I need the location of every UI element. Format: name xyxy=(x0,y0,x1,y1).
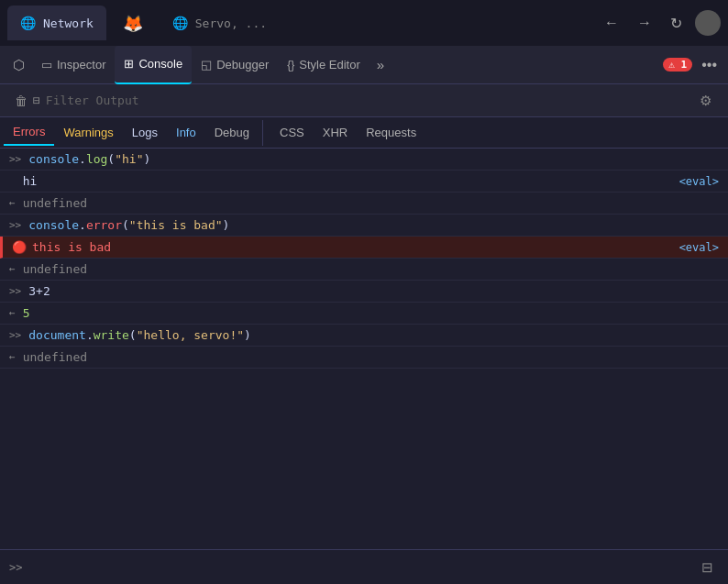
input-chevron-icon: >> xyxy=(9,153,21,165)
servo-tab-icon: 🌐 xyxy=(172,16,188,30)
filter-input[interactable] xyxy=(46,94,692,107)
tab-network-label: Network xyxy=(43,17,94,30)
refresh-button[interactable]: ↻ xyxy=(665,11,688,36)
log-filter-group1: Errors Warnings Logs Info Debug xyxy=(0,120,263,146)
pick-icon: ⬡ xyxy=(13,57,25,73)
forward-button[interactable]: → xyxy=(632,11,657,35)
inspector-tab-icon: ▭ xyxy=(41,58,52,72)
input-chevron-icon-3: >> xyxy=(9,285,21,297)
input-chevron-icon-4: >> xyxy=(9,329,21,341)
tab-firefox[interactable]: 🦊 xyxy=(110,6,156,40)
filter-logs-button[interactable]: Logs xyxy=(123,120,167,146)
nav-buttons: ← → ↻ xyxy=(599,10,721,36)
filter-warnings-button[interactable]: Warnings xyxy=(54,120,122,146)
console-entry-7[interactable]: ← 5 xyxy=(0,303,728,325)
code-snippet: console.log("hi") xyxy=(28,152,150,166)
tab-console[interactable]: ⊞ Console xyxy=(115,46,192,84)
console-entry-9[interactable]: ← undefined xyxy=(0,347,728,369)
return-value-undefined: undefined xyxy=(23,196,87,210)
console-input-bar: >> ⊟ xyxy=(0,549,728,584)
firefox-icon: 🦊 xyxy=(123,14,143,33)
tab-network[interactable]: 🌐 Network xyxy=(7,6,106,40)
console-entry-5[interactable]: ← undefined xyxy=(0,259,728,281)
console-entry-1[interactable]: < hi <eval> xyxy=(0,171,728,193)
error-count-badge: ⚠ 1 xyxy=(663,58,692,72)
pick-button[interactable]: ⬡ xyxy=(6,53,32,77)
error-message: this is bad xyxy=(32,240,670,254)
return-arrow-icon-2: ← xyxy=(9,263,16,275)
clear-output-button[interactable]: 🗑 xyxy=(9,92,33,110)
trash-icon: 🗑 xyxy=(15,94,28,108)
console-prompt: >> xyxy=(9,561,22,574)
avatar[interactable] xyxy=(695,10,721,36)
return-arrow-icon: ← xyxy=(9,197,16,209)
eval-link-2[interactable]: <eval> xyxy=(670,241,719,254)
log-filter-group2: CSS XHR Requests xyxy=(263,120,433,146)
filter-errors-button[interactable]: Errors xyxy=(4,120,54,146)
return-value-undefined-3: undefined xyxy=(23,350,87,364)
console-label: Console xyxy=(138,57,182,71)
return-value-undefined-2: undefined xyxy=(23,262,87,276)
error-circle-icon: 🔴 xyxy=(12,240,27,254)
console-entry-8[interactable]: >> document.write("hello, servo!") xyxy=(0,325,728,347)
sidebar-toggle-icon: ⊟ xyxy=(701,559,713,575)
filter-info-button[interactable]: Info xyxy=(167,120,205,146)
tab-inspector[interactable]: ▭ Inspector xyxy=(32,46,115,84)
more-tools-button[interactable]: » xyxy=(370,53,392,76)
filter-xhr-button[interactable]: XHR xyxy=(314,120,357,146)
tab-style-editor[interactable]: {} Style Editor xyxy=(278,46,370,84)
back-button[interactable]: ← xyxy=(599,11,624,35)
code-snippet-docwrite: document.write("hello, servo!") xyxy=(28,328,251,342)
console-entry-2[interactable]: ← undefined xyxy=(0,193,728,215)
filter-css-button[interactable]: CSS xyxy=(270,120,314,146)
debugger-label: Debugger xyxy=(216,58,269,72)
filter-requests-button[interactable]: Requests xyxy=(357,120,425,146)
console-entry-6[interactable]: >> 3+2 xyxy=(0,281,728,303)
tab-servo-label: Servo, ... xyxy=(195,17,267,30)
more-tools-icon: » xyxy=(377,57,384,72)
console-entry-0[interactable]: >> console.log("hi") xyxy=(0,149,728,171)
return-arrow-icon-3: ← xyxy=(9,307,16,319)
settings-button[interactable]: ⚙ xyxy=(692,91,719,111)
style-editor-label: Style Editor xyxy=(299,58,359,72)
gear-icon: ⚙ xyxy=(700,93,711,108)
filter-icon: ⊟ xyxy=(33,94,40,107)
console-output: >> console.log("hi") < hi <eval> ← undef… xyxy=(0,149,728,549)
style-editor-tab-icon: {} xyxy=(287,59,294,72)
filter-debug-button[interactable]: Debug xyxy=(205,120,259,146)
filter-bar: 🗑 ⊟ ⚙ xyxy=(0,84,728,117)
console-entry-error[interactable]: 🔴 this is bad <eval> xyxy=(0,237,728,259)
tab-servo[interactable]: 🌐 Servo, ... xyxy=(160,6,280,40)
devtools-more-icon: ••• xyxy=(701,57,717,72)
console-tab-icon: ⊞ xyxy=(124,57,134,71)
tab-bar: 🌐 Network 🦊 🌐 Servo, ... ← → ↻ xyxy=(0,0,728,46)
code-snippet-math: 3+2 xyxy=(28,284,50,298)
log-filter-bar: Errors Warnings Logs Info Debug CSS XHR … xyxy=(0,117,728,149)
input-chevron-icon-2: >> xyxy=(9,219,21,231)
network-tab-icon: 🌐 xyxy=(20,16,36,30)
devtools-toolbar: ⬡ ▭ Inspector ⊞ Console ◱ Debugger {} St… xyxy=(0,46,728,84)
console-input-field[interactable] xyxy=(29,560,696,574)
devtools-more-button[interactable]: ••• xyxy=(696,53,722,77)
output-value: hi xyxy=(23,174,670,188)
debugger-tab-icon: ◱ xyxy=(201,58,212,72)
return-number: 5 xyxy=(23,306,30,320)
return-arrow-icon-4: ← xyxy=(9,351,16,363)
console-entry-3[interactable]: >> console.error("this is bad") xyxy=(0,215,728,237)
inspector-label: Inspector xyxy=(57,58,105,72)
tab-debugger[interactable]: ◱ Debugger xyxy=(192,46,278,84)
code-snippet-error: console.error("this is bad") xyxy=(28,218,229,232)
sidebar-toggle-button[interactable]: ⊟ xyxy=(696,557,719,578)
eval-link-1[interactable]: <eval> xyxy=(670,175,719,188)
